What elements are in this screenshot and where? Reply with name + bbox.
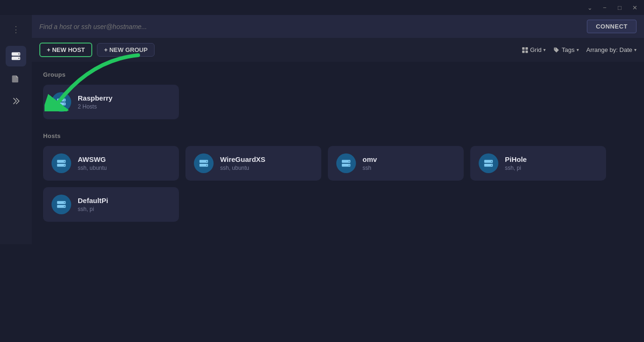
- server-icon: [56, 199, 67, 210]
- hosts-grid: AWSWG ssh, ubuntu: [43, 146, 633, 222]
- hosts-section-label: Hosts: [43, 132, 633, 139]
- groups-grid: Raspberry 2 Hosts: [43, 85, 633, 119]
- host-tags-awswg: ssh, ubuntu: [78, 165, 107, 171]
- host-name-omv: omv: [363, 155, 377, 163]
- grid-icon: [522, 47, 528, 53]
- svg-point-8: [555, 48, 556, 49]
- svg-point-19: [207, 161, 207, 162]
- svg-point-23: [349, 161, 350, 162]
- svg-point-31: [64, 202, 65, 203]
- host-info-wireguardxs: WireGuardXS ssh, ubuntu: [220, 155, 266, 171]
- group-icon: [52, 92, 71, 112]
- host-name-awswg: AWSWG: [78, 155, 107, 163]
- svg-point-2: [18, 53, 19, 54]
- sidebar-item-forward[interactable]: [6, 91, 26, 111]
- svg-rect-7: [526, 50, 528, 52]
- tags-toggle[interactable]: Tags ▾: [553, 46, 578, 53]
- groups-section-label: Groups: [43, 71, 633, 78]
- host-card-awswg[interactable]: AWSWG ssh, ubuntu: [43, 146, 179, 181]
- svg-point-16: [64, 165, 65, 166]
- svg-rect-4: [522, 47, 525, 49]
- sidebar-item-hosts[interactable]: [6, 46, 26, 66]
- svg-point-15: [64, 161, 65, 162]
- host-tags-wireguardxs: ssh, ubuntu: [220, 165, 266, 171]
- server-icon: [341, 158, 351, 168]
- svg-point-32: [64, 206, 65, 207]
- svg-rect-6: [522, 50, 525, 52]
- toolbar-right: Grid ▾ Tags ▾ Arrange by: Date ▾: [522, 46, 637, 53]
- connect-button[interactable]: CONNECT: [587, 20, 637, 33]
- files-icon: [11, 74, 21, 83]
- host-name-wireguardxs: WireGuardXS: [220, 155, 266, 163]
- host-icon-wireguardxs: [194, 153, 214, 173]
- svg-point-20: [207, 165, 207, 166]
- host-icon-defaultpi: [52, 195, 71, 214]
- host-icon-omv: [336, 153, 356, 173]
- host-card-pihole[interactable]: PiHole ssh, pi: [470, 146, 606, 181]
- svg-point-11: [64, 100, 65, 101]
- host-tags-omv: ssh: [363, 165, 377, 171]
- search-bar: CONNECT: [32, 15, 644, 38]
- host-info-awswg: AWSWG ssh, ubuntu: [78, 155, 107, 171]
- host-card-omv[interactable]: omv ssh: [328, 146, 464, 181]
- forward-icon: [11, 96, 21, 106]
- group-name: Raspberry: [78, 94, 112, 102]
- sidebar-item-files[interactable]: [6, 68, 26, 89]
- view-label: Grid: [530, 46, 542, 53]
- view-chevron-icon: ▾: [543, 47, 546, 52]
- toolbar: + NEW HOST + NEW GROUP Grid ▾: [32, 38, 644, 62]
- titlebar: ⌄ − □ ✕: [0, 0, 644, 15]
- main-area: Groups Raspberry: [32, 62, 644, 244]
- svg-point-28: [491, 165, 492, 166]
- new-group-button[interactable]: + NEW GROUP: [97, 43, 155, 57]
- server-icon: [199, 158, 209, 168]
- new-host-button[interactable]: + NEW HOST: [39, 43, 92, 57]
- svg-point-24: [349, 165, 350, 166]
- close-button[interactable]: ✕: [631, 4, 638, 11]
- host-icon-awswg: [52, 153, 71, 173]
- host-info-omv: omv ssh: [363, 155, 377, 171]
- app-container: ⋮: [0, 15, 644, 244]
- host-name-pihole: PiHole: [505, 155, 527, 163]
- svg-point-3: [18, 58, 19, 58]
- host-tags-defaultpi: ssh, pi: [78, 206, 108, 212]
- view-toggle[interactable]: Grid ▾: [522, 46, 546, 53]
- minimize-button[interactable]: −: [601, 4, 608, 11]
- host-card-wireguardxs[interactable]: WireGuardXS ssh, ubuntu: [185, 146, 321, 181]
- search-input[interactable]: [39, 23, 581, 30]
- host-info-defaultpi: DefaultPi ssh, pi: [78, 196, 108, 212]
- arrange-toggle[interactable]: Arrange by: Date ▾: [586, 46, 637, 53]
- svg-rect-5: [526, 47, 528, 49]
- group-tags: 2 Hosts: [78, 103, 112, 110]
- server-icon: [483, 158, 494, 168]
- sidebar: ⋮: [0, 15, 32, 244]
- host-tags-pihole: ssh, pi: [505, 165, 527, 171]
- arrange-label: Arrange by: Date: [586, 46, 632, 53]
- hosts-icon: [11, 51, 21, 61]
- host-icon-pihole: [479, 153, 498, 173]
- tags-chevron-icon: ▾: [577, 47, 579, 52]
- sidebar-nav: [6, 46, 26, 111]
- chevron-down-icon[interactable]: ⌄: [586, 4, 593, 11]
- host-name-defaultpi: DefaultPi: [78, 196, 108, 204]
- server-group-icon: [56, 97, 67, 107]
- server-icon: [56, 158, 67, 168]
- svg-point-27: [491, 161, 492, 162]
- host-card-defaultpi[interactable]: DefaultPi ssh, pi: [43, 187, 179, 222]
- svg-point-12: [64, 103, 65, 104]
- group-info: Raspberry 2 Hosts: [78, 94, 112, 110]
- arrange-chevron-icon: ▾: [634, 47, 637, 52]
- content-area: CONNECT + NEW HOST + NEW GROUP Grid: [32, 15, 644, 244]
- tags-label: Tags: [562, 46, 574, 53]
- maximize-button[interactable]: □: [616, 4, 623, 11]
- host-info-pihole: PiHole ssh, pi: [505, 155, 527, 171]
- group-card-raspberry[interactable]: Raspberry 2 Hosts: [43, 85, 179, 119]
- menu-icon[interactable]: ⋮: [8, 21, 24, 38]
- tag-icon: [553, 47, 560, 53]
